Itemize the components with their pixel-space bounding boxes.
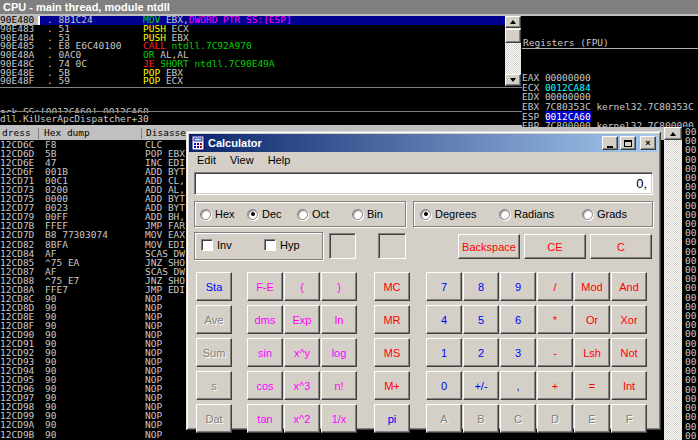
column-divider[interactable] [38,128,39,139]
calc-button-c[interactable]: C [590,234,652,259]
calc-button-sta[interactable]: Sta [196,272,232,301]
radio-icon [247,209,258,220]
calc-button-open-paren[interactable]: ( [284,272,320,301]
radio-label: Hex [215,208,235,220]
menu-edit[interactable]: Edit [190,152,223,169]
minimize-button[interactable] [602,136,618,150]
radio-angle-grads[interactable]: Grads [582,208,627,220]
calc-button-0[interactable]: 0 [426,371,462,400]
disasm-row[interactable]: 90E483. 51PUSH ECX [0,25,505,34]
calc-button-f-e[interactable]: F-E [247,272,283,301]
calc-button-close-paren[interactable]: ) [321,272,357,301]
menu-view[interactable]: View [223,152,261,169]
calc-button-ms[interactable]: MS [374,338,410,367]
close-button[interactable]: × [640,136,656,150]
calc-button-and[interactable]: And [611,272,647,301]
column-header-address[interactable]: dress [2,127,31,139]
radio-base-dec[interactable]: Dec [247,208,282,220]
calc-button-divide[interactable]: / [537,272,573,301]
calc-button-xor[interactable]: Xor [611,305,647,334]
calc-button-int[interactable]: Int [611,371,647,400]
calc-button-sin[interactable]: sin [247,338,283,367]
calc-button-log[interactable]: log [321,338,357,367]
calc-button-lsh[interactable]: Lsh [574,338,610,367]
calc-button-3[interactable]: 3 [500,338,536,367]
calc-button-7[interactable]: 7 [426,272,462,301]
calc-button-x-pow-y[interactable]: x^y [284,338,320,367]
screen: CPU - main thread, module ntdll 90E480. … [0,0,698,440]
calc-button-multiply[interactable]: * [537,305,573,334]
calc-button-cos[interactable]: cos [247,371,283,400]
scroll-up-button[interactable] [664,127,682,140]
calculator-title: Calculator [208,137,600,149]
disasm-row[interactable]: 90E48C. 74 0CJE SHORT ntdll.7C90E49A [0,60,505,69]
register-comment: kernel32.7C80353C [591,101,694,112]
calc-button-decimal-separator[interactable]: , [500,371,536,400]
calc-button-tan[interactable]: tan [247,404,283,433]
cpu-window-titlebar[interactable]: CPU - main thread, module ntdll [0,0,698,14]
checkbox-inv[interactable]: Inv [201,239,232,251]
calc-button-mod[interactable]: Mod [574,272,610,301]
calc-button-not[interactable]: Not [611,338,647,367]
calc-button-ln[interactable]: ln [321,305,357,334]
calc-button-mr[interactable]: MR [374,305,410,334]
calc-button-sign[interactable]: +/- [463,371,499,400]
scrollbar-track[interactable] [664,127,682,440]
disasm-row[interactable]: 90E48E. 5BPOP EBX [0,69,505,78]
radio-angle-radians[interactable]: Radians [499,208,554,220]
calc-button-5[interactable]: 5 [463,305,499,334]
scrollbar-thumb[interactable] [505,29,521,43]
calc-button-m-plus[interactable]: M+ [374,371,410,400]
calc-button-backspace[interactable]: Backspace [458,234,520,259]
info-pane: ack SS:[0012CA60]=0012CA68 X=7C80353C (k… [0,88,522,110]
calc-button-f[interactable]: F [611,404,647,433]
calc-button-ave[interactable]: Ave [196,305,232,334]
radio-angle-degrees[interactable]: Degrees [420,208,477,220]
calc-button-x-cubed[interactable]: x^3 [284,371,320,400]
radio-base-oct[interactable]: Oct [297,208,329,220]
calc-button-dms[interactable]: dms [247,305,283,334]
calc-button-plus[interactable]: + [537,371,573,400]
checkbox-hyp[interactable]: Hyp [264,239,300,251]
calc-button-b[interactable]: B [463,404,499,433]
calc-button-x-squared[interactable]: x^2 [284,404,320,433]
scroll-up-button[interactable] [505,16,521,28]
calc-button-equals[interactable]: = [574,371,610,400]
calc-button-6[interactable]: 6 [500,305,536,334]
calc-button-pi[interactable]: pi [374,404,410,433]
calc-button-a[interactable]: A [426,404,462,433]
memory-indicator-box [378,233,406,259]
radio-base-bin[interactable]: Bin [352,208,383,220]
calc-button-d[interactable]: D [537,404,573,433]
column-header-hexdump[interactable]: Hex dump [44,127,90,139]
calc-button-1[interactable]: 1 [426,338,462,367]
radio-base-hex[interactable]: Hex [200,208,235,220]
calc-button-dat[interactable]: Dat [196,404,232,433]
calc-button-s[interactable]: s [196,371,232,400]
calc-button-8[interactable]: 8 [463,272,499,301]
stack-scrollbar [664,127,682,440]
calc-button-9[interactable]: 9 [500,272,536,301]
radio-icon [297,209,308,220]
menu-help[interactable]: Help [261,152,298,169]
column-header-disassembly[interactable]: Disasse [146,127,186,139]
calc-button-2[interactable]: 2 [463,338,499,367]
column-divider[interactable] [141,128,142,139]
calc-button-factorial[interactable]: n! [321,371,357,400]
calc-button-mc[interactable]: MC [374,272,410,301]
calc-button-exp[interactable]: Exp [284,305,320,334]
scroll-down-button[interactable] [505,74,521,86]
disasm-row[interactable]: 90E480. 8B1C24MOV EBX,DWORD PTR SS:[ESP] [0,16,505,25]
calc-button-reciprocal[interactable]: 1/x [321,404,357,433]
pane-divider [0,111,522,112]
calc-button-minus[interactable]: - [537,338,573,367]
calc-button-4[interactable]: 4 [426,305,462,334]
calc-button-sum[interactable]: Sum [196,338,232,367]
calc-button-or[interactable]: Or [574,305,610,334]
calculator-titlebar[interactable]: Calculator × [189,134,658,152]
calc-button-e[interactable]: E [574,404,610,433]
disasm-row[interactable]: 90E48F. 59POP ECX [0,77,505,86]
maximize-button[interactable] [620,136,636,150]
calc-button-ce[interactable]: CE [524,234,586,259]
calc-button-c[interactable]: C [500,404,536,433]
